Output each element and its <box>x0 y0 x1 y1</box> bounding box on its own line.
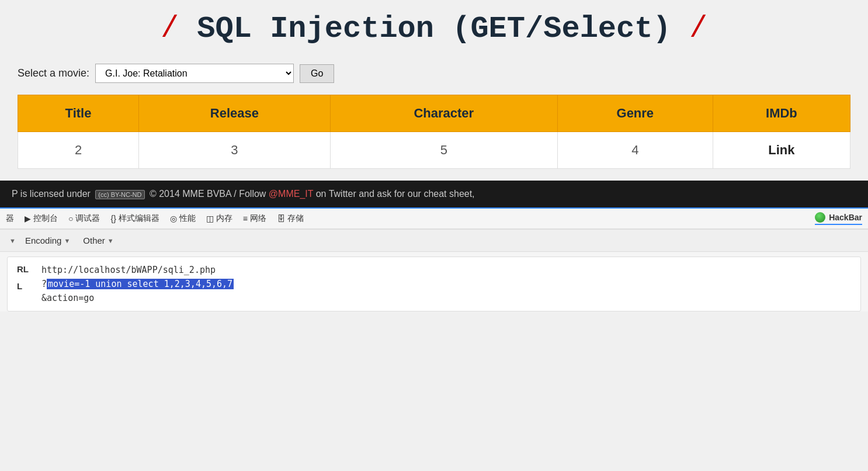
encoding-label: Encoding <box>25 236 62 245</box>
url-l-label: L <box>17 281 34 291</box>
footer-text-middle: © 2014 MME BVBA / Follow <box>150 189 266 199</box>
title-slash-left: / <box>161 12 179 46</box>
footer-text-prefix: P is licensed under <box>12 189 91 199</box>
hackbar-label: HackBar <box>829 213 862 222</box>
table-row: 2 3 5 4 Link <box>18 132 850 169</box>
perf-label: 性能 <box>179 213 196 224</box>
storage-icon: 🗄 <box>277 214 285 223</box>
other-button[interactable]: Other ▼ <box>79 234 117 247</box>
style-icon: {} <box>110 214 116 223</box>
footer-bar: P is licensed under (cc) BY-NC-ND © 2014… <box>0 181 868 207</box>
footer-text-suffix: on Twitter and ask for our cheat sheet, <box>316 189 475 199</box>
other-label: Other <box>83 236 105 245</box>
movie-select[interactable]: G.I. Joe: Retaliation Iron Man The Dark … <box>95 64 294 83</box>
url-line2: ?movie=-1 union select 1,2,3,4,5,6,7 <box>41 277 851 291</box>
toolbar-performance[interactable]: ◎ 性能 <box>170 213 196 224</box>
cell-release: 3 <box>139 132 331 169</box>
encoding-button[interactable]: Encoding ▼ <box>22 234 74 247</box>
memory-icon: ◫ <box>206 214 214 223</box>
url-area: RL L http://localhost/bWAPP/sqli_2.php ?… <box>7 257 861 311</box>
col-imdb: IMDb <box>713 95 850 132</box>
col-genre: Genre <box>557 95 713 132</box>
storage-label: 存储 <box>287 213 304 224</box>
hackbar-panel: ▼ Encoding ▼ Other ▼ RL L http://localho… <box>0 229 868 311</box>
col-title: Title <box>18 95 139 132</box>
toolbar-truncated: 器 <box>6 213 14 224</box>
cell-imdb[interactable]: Link <box>713 132 850 169</box>
toolbar-style-editor[interactable]: {} 样式编辑器 <box>110 213 159 224</box>
url-highlighted-text: movie=-1 union select 1,2,3,4,5,6,7 <box>47 279 234 289</box>
col-release: Release <box>139 95 331 132</box>
toolbar-network[interactable]: ≡ 网络 <box>243 213 266 224</box>
title-slash-right: / <box>689 12 707 46</box>
url-line3: &action=go <box>41 291 851 305</box>
hackbar-dot-icon <box>815 212 825 223</box>
style-label: 样式编辑器 <box>119 213 159 224</box>
cc-badge: (cc) BY-NC-ND <box>95 190 144 199</box>
main-content: / SQL Injection (GET/Select) / Select a … <box>0 0 868 181</box>
debugger-label: 调试器 <box>75 213 100 224</box>
toolbar-storage[interactable]: 🗄 存储 <box>277 213 304 224</box>
url-labels: RL L <box>17 263 34 305</box>
perf-icon: ◎ <box>170 214 177 223</box>
movie-selector-row: Select a movie: G.I. Joe: Retaliation Ir… <box>18 64 850 83</box>
results-table: Title Release Character Genre IMDb 2 3 5… <box>18 95 850 169</box>
debugger-icon: ○ <box>68 214 73 223</box>
console-label: 控制台 <box>33 213 58 224</box>
page-title: / SQL Injection (GET/Select) / <box>18 12 850 46</box>
encoding-chevron-icon: ▼ <box>64 237 70 244</box>
console-icon: ▶ <box>25 214 31 223</box>
url-line1: http://localhost/bWAPP/sqli_2.php <box>41 263 851 277</box>
memory-label: 内存 <box>216 213 232 224</box>
network-icon: ≡ <box>243 214 248 223</box>
cell-character: 5 <box>330 132 557 169</box>
url-rl-label: RL <box>17 264 34 274</box>
hackbar-toolbar: ▼ Encoding ▼ Other ▼ <box>0 230 868 252</box>
chevron-left-icon: ▼ <box>9 237 16 244</box>
toolbar-debugger[interactable]: ○ 调试器 <box>68 213 100 224</box>
cell-title: 2 <box>18 132 139 169</box>
go-button[interactable]: Go <box>300 64 334 83</box>
col-character: Character <box>330 95 557 132</box>
cell-genre: 4 <box>557 132 713 169</box>
network-label: 网络 <box>250 213 266 224</box>
toolbar-memory[interactable]: ◫ 内存 <box>206 213 232 224</box>
hackbar-tab[interactable]: HackBar <box>815 212 862 225</box>
twitter-link[interactable]: @MME_IT <box>269 189 313 199</box>
dev-toolbar: 器 ▶ 控制台 ○ 调试器 {} 样式编辑器 ◎ 性能 ◫ 内存 ≡ 网络 🗄 … <box>0 207 868 229</box>
movie-selector-label: Select a movie: <box>18 67 89 79</box>
toolbar-console[interactable]: ▶ 控制台 <box>25 213 58 224</box>
url-content[interactable]: http://localhost/bWAPP/sqli_2.php ?movie… <box>41 263 851 305</box>
other-chevron-icon: ▼ <box>107 237 114 244</box>
